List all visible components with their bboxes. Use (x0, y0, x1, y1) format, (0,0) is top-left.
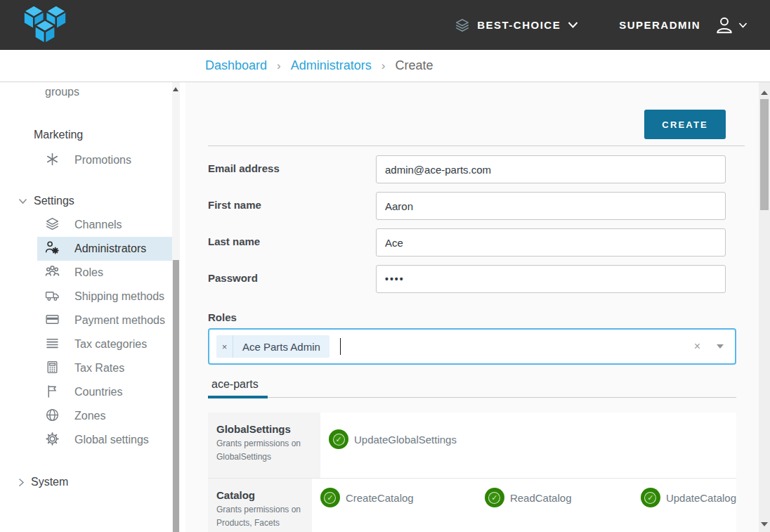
sidebar-item-payment-methods[interactable]: Payment methods (37, 309, 172, 332)
sidebar-item-channels[interactable]: Channels (37, 213, 172, 237)
main-scrollbar[interactable] (759, 82, 770, 532)
layers-icon (455, 18, 470, 33)
sidebar-section-settings[interactable]: Settings (0, 195, 172, 207)
sidebar-item-customer-groups-clipped[interactable]: groups (0, 82, 172, 100)
breadcrumb-dashboard[interactable]: Dashboard (205, 58, 267, 73)
user-menu[interactable] (714, 15, 748, 35)
permission-group-cell: GlobalSettings Grants permissions on Glo… (208, 413, 320, 478)
chip-remove-icon[interactable]: × (216, 335, 233, 358)
sidebar-nav: groups Marketing Promotions Settings (0, 82, 185, 532)
breadcrumb-separator: › (277, 59, 281, 73)
flag-icon (45, 384, 60, 398)
sidebar-item-administrators[interactable]: Administrators (37, 237, 172, 261)
roles-label: Roles (208, 311, 736, 323)
calculator-icon (45, 360, 60, 375)
sidebar-section-marketing: Marketing (0, 129, 172, 141)
asterisk-icon (45, 152, 60, 167)
sidebar-item-tax-categories[interactable]: Tax categories (37, 332, 172, 356)
user-icon (714, 15, 734, 35)
globe-icon (45, 408, 60, 422)
permission-label: ReadCatalog (510, 492, 572, 504)
sidebar-section-system[interactable]: System (0, 476, 172, 488)
channel-tabs: ace-parts (208, 375, 736, 398)
permission-label: UpdateCatalog (666, 492, 736, 504)
administrator-form: Email address First name Last name Passw… (208, 155, 736, 532)
sidebar-item-roles[interactable]: Roles (37, 261, 172, 285)
role-chip: × Ace Parts Admin (216, 335, 329, 358)
form-row-first-name: First name (208, 192, 736, 220)
create-button[interactable]: CREATE (644, 110, 726, 139)
email-label: Email address (208, 155, 376, 183)
password-field[interactable] (376, 265, 726, 293)
breadcrumb-create: Create (395, 58, 433, 73)
first-name-field[interactable] (376, 192, 726, 220)
permission-label: UpdateGlobalSettings (354, 434, 457, 446)
permission-item: ✓ UpdateGlobalSettings (329, 429, 493, 449)
sidebar-item-label: Tax Rates (74, 362, 124, 374)
password-label: Password (208, 265, 376, 293)
main-scrollbar-thumb[interactable] (760, 99, 769, 210)
sidebar-item-zones[interactable]: Zones (37, 404, 172, 428)
permission-group-cell: Catalog Grants permissions on Products, … (208, 479, 312, 532)
sidebar-scrollbar-thumb[interactable] (173, 260, 179, 532)
permission-item: ✓ CreateCatalog (320, 488, 485, 507)
form-row-email: Email address (208, 155, 736, 183)
sidebar-item-label: Roles (74, 266, 103, 278)
permission-toggle-checked[interactable]: ✓ (329, 429, 348, 449)
check-icon: ✓ (488, 492, 500, 504)
scroll-down-arrow-icon[interactable] (761, 522, 768, 526)
permission-label: CreateCatalog (346, 492, 414, 504)
permission-toggles-cell: ✓ UpdateGlobalSettings (320, 413, 736, 478)
sidebar-item-promotions[interactable]: Promotions (37, 148, 172, 172)
scroll-up-arrow-icon[interactable] (761, 91, 768, 95)
table-row-globalsettings: GlobalSettings Grants permissions on Glo… (208, 413, 736, 478)
list-icon (45, 336, 60, 351)
sidebar-scrollbar[interactable] (172, 82, 180, 532)
permission-toggle-checked[interactable]: ✓ (485, 488, 504, 507)
credit-card-icon (45, 312, 60, 327)
sidebar-item-label: Countries (74, 386, 122, 398)
breadcrumb-bar: Dashboard › Administrators › Create (0, 50, 770, 82)
truck-icon (45, 288, 60, 303)
divider (208, 145, 745, 146)
scroll-up-arrow-icon[interactable] (173, 87, 178, 91)
main-content: CREATE Email address First name Last nam… (185, 82, 759, 532)
permission-group-title: GlobalSettings (216, 423, 312, 435)
sidebar-section-label: Settings (34, 195, 74, 207)
chevron-down-icon (568, 21, 578, 29)
sidebar-item-shipping-methods[interactable]: Shipping methods (37, 285, 172, 309)
layers-icon (45, 216, 60, 231)
permission-toggle-checked[interactable]: ✓ (320, 488, 340, 507)
channel-name: BEST-CHOICE (477, 19, 561, 31)
permission-group-description: Grants permissions on GlobalSettings (216, 437, 312, 464)
email-field[interactable] (376, 155, 726, 183)
select-controls: × (694, 340, 728, 353)
permission-item: ✓ ReadCatalog (485, 488, 641, 507)
breadcrumb-administrators[interactable]: Administrators (291, 58, 372, 73)
clear-icon[interactable]: × (694, 340, 700, 353)
text-cursor (340, 338, 341, 355)
roles-select[interactable]: × Ace Parts Admin × (208, 328, 736, 365)
sidebar-item-global-settings[interactable]: Global settings (37, 428, 172, 452)
sidebar-item-label: Payment methods (74, 314, 165, 326)
permissions-table: GlobalSettings Grants permissions on Glo… (208, 413, 736, 532)
permission-group-description: Grants permissions on Products, Facets (216, 503, 304, 530)
last-name-field[interactable] (376, 228, 726, 257)
channel-switcher[interactable]: BEST-CHOICE (455, 18, 578, 33)
sidebar-item-countries[interactable]: Countries (37, 380, 172, 404)
chevron-right-icon (18, 478, 25, 487)
permission-toggle-checked[interactable]: ✓ (641, 488, 660, 507)
tab-ace-parts[interactable]: ace-parts (208, 378, 268, 398)
permission-group-title: Catalog (216, 489, 304, 501)
sidebar-item-label: Global settings (74, 434, 149, 446)
sidebar-section-label: System (31, 476, 68, 488)
sidebar-item-tax-rates[interactable]: Tax Rates (37, 356, 172, 380)
check-icon: ✓ (324, 492, 336, 504)
sidebar-item-label: Shipping methods (74, 290, 164, 302)
top-bar: BEST-CHOICE SUPERADMIN (0, 0, 770, 50)
chevron-down-icon (738, 22, 748, 29)
first-name-label: First name (208, 192, 376, 220)
dropdown-arrow-icon[interactable] (717, 344, 724, 349)
chevron-down-icon (18, 198, 27, 205)
sidebar-item-label: Promotions (74, 154, 131, 166)
